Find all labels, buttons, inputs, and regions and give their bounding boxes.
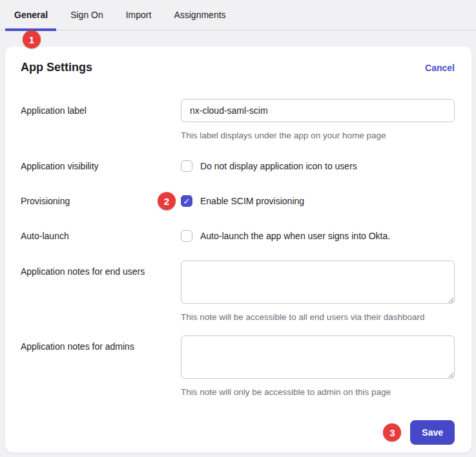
tab-assignments[interactable]: Assignments (174, 0, 225, 30)
row-application-label: Application label This label displays un… (21, 99, 455, 141)
notes-admins-help: This note will only be accessible to adm… (181, 387, 455, 398)
tab-bar: General Sign On Import Assignments (0, 0, 476, 30)
page-title: App Settings (21, 61, 92, 74)
tab-import[interactable]: Import (126, 0, 152, 30)
auto-launch-checkbox-row[interactable]: ✓ Auto-launch the app when user signs in… (181, 230, 455, 242)
row-provisioning: Provisioning 2 ✓ Enable SCIM provisionin… (21, 195, 455, 207)
tab-general[interactable]: General (14, 0, 48, 30)
application-visibility-label: Application visibility (21, 160, 181, 172)
provisioning-label: Provisioning (21, 195, 181, 207)
row-application-visibility: Application visibility ✓ Do not display … (21, 160, 455, 172)
row-auto-launch: Auto-launch ✓ Auto-launch the app when u… (21, 230, 455, 242)
provisioning-checkbox[interactable]: ✓ (181, 195, 192, 207)
tab-sign-on[interactable]: Sign On (70, 0, 103, 30)
auto-launch-checkbox[interactable]: ✓ (181, 230, 192, 242)
auto-launch-checkbox-label: Auto-launch the app when user signs into… (200, 230, 390, 242)
panel-header: App Settings Cancel (21, 61, 455, 74)
application-visibility-checkbox-label: Do not display application icon to users (200, 160, 357, 172)
check-icon: ✓ (183, 197, 191, 205)
application-visibility-checkbox-row[interactable]: ✓ Do not display application icon to use… (181, 160, 455, 172)
auto-launch-label: Auto-launch (21, 230, 181, 242)
row-notes-admins: Application notes for admins This note w… (21, 335, 455, 398)
provisioning-checkbox-row[interactable]: ✓ Enable SCIM provisioning (181, 195, 455, 207)
save-button[interactable]: Save (410, 420, 455, 445)
step-badge-3: 3 (383, 423, 401, 441)
application-label-help: This label displays under the app on you… (181, 130, 455, 141)
app-settings-panel: App Settings Cancel Application label Th… (5, 47, 471, 452)
application-label-label: Application label (21, 99, 181, 116)
notes-end-users-help: This note will be accessible to all end … (181, 312, 455, 323)
cancel-button[interactable]: Cancel (425, 63, 455, 73)
step-badge-2: 2 (158, 192, 176, 210)
row-notes-end-users: Application notes for end users This not… (21, 260, 455, 323)
app-settings-screen: General Sign On Import Assignments 1 App… (0, 0, 476, 457)
notes-end-users-textarea[interactable] (181, 260, 455, 304)
notes-admins-label: Application notes for admins (21, 335, 181, 352)
save-row: 3 Save (21, 420, 455, 445)
notes-end-users-label: Application notes for end users (21, 260, 181, 277)
step-badge-1: 1 (23, 30, 41, 48)
notes-admins-textarea[interactable] (181, 335, 455, 379)
application-visibility-checkbox[interactable]: ✓ (181, 160, 192, 172)
application-label-input[interactable] (181, 99, 455, 122)
provisioning-checkbox-label: Enable SCIM provisioning (200, 195, 304, 207)
